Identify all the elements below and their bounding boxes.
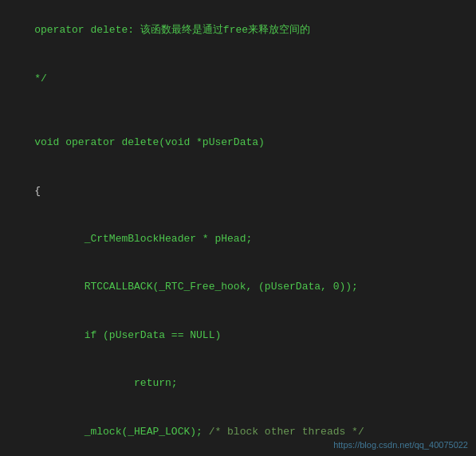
- code-comment: /* block other threads */: [209, 426, 364, 438]
- code-line-5: {: [10, 167, 466, 214]
- code-line-1: operator delete: 该函数最终是通过free来释放空间的: [10, 6, 466, 54]
- code-text: return;: [34, 377, 177, 389]
- code-line-8: if (pUserData == NULL): [10, 312, 466, 360]
- code-container: operator delete: 该函数最终是通过free来释放空间的 */ v…: [0, 0, 476, 456]
- watermark: https://blog.csdn.net/qq_40075022: [333, 440, 468, 450]
- code-text: void operator delete(void *pUserData): [34, 136, 265, 148]
- code-line-9: return;: [10, 360, 466, 407]
- code-text: operator delete: 该函数最终是通过free来释放空间的: [34, 24, 310, 36]
- code-line-7: RTCCALLBACK(_RTC_Free_hook, (pUserData, …: [10, 263, 466, 311]
- code-line-4: void operator delete(void *pUserData): [10, 119, 466, 167]
- code-text: RTCCALLBACK(_RTC_Free_hook, (pUserData, …: [34, 281, 358, 293]
- code-line-6: _CrtMemBlockHeader * pHead;: [10, 215, 466, 263]
- code-text: _CrtMemBlockHeader * pHead;: [34, 233, 252, 245]
- code-text: _mlock(_HEAP_LOCK);: [34, 426, 208, 438]
- code-text: if (pUserData == NULL): [34, 329, 221, 341]
- code-line-2: */: [10, 54, 466, 102]
- code-line-3: [10, 103, 466, 119]
- code-text: {: [34, 185, 41, 197]
- code-text: */: [34, 73, 47, 85]
